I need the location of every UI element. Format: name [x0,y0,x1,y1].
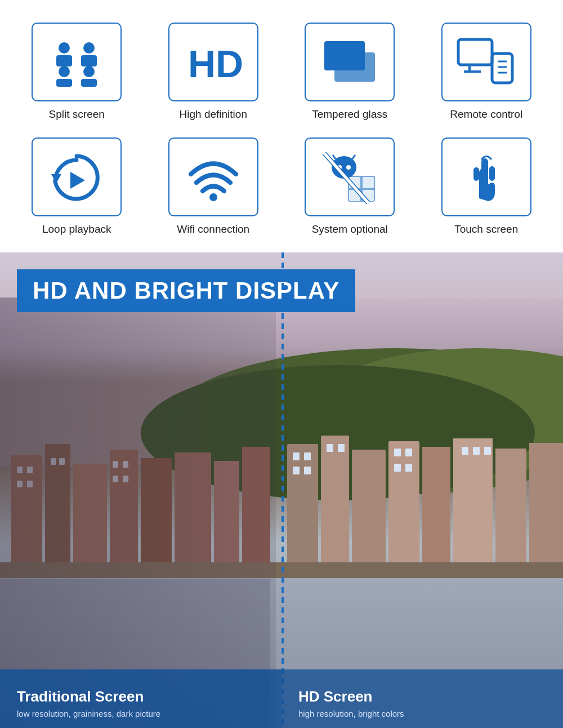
feature-remote-control: Remote control [421,23,552,121]
svg-rect-66 [293,452,300,460]
svg-rect-67 [304,452,311,460]
loop-icon-box [32,137,122,216]
svg-rect-72 [394,449,401,456]
svg-rect-5 [56,79,72,87]
hd-screen-sub: high resolution, bright colors [298,709,546,718]
feature-tempered-glass: Tempered glass [284,23,415,121]
svg-rect-75 [405,464,412,472]
wifi-icon [182,150,244,204]
hd-icon-box: HD [168,23,258,101]
features-section: Split screen HD High definition Tempered… [0,0,563,252]
svg-line-24 [333,155,336,159]
svg-rect-50 [352,450,386,568]
hd-screen-label: HD Screen high resolution, bright colors [282,669,563,728]
feature-system: System optional [284,137,415,236]
feature-wifi: Wifi connection [148,137,279,236]
loop-label: Loop playback [42,223,111,236]
svg-rect-52 [422,447,450,568]
traditional-screen-sub: low resolution, graininess, dark picture [17,709,265,718]
svg-text:HD: HD [188,42,243,85]
svg-rect-53 [453,438,493,568]
svg-rect-10 [334,52,375,82]
display-title-bar: HD AND BRIGHT DISPLAY [17,269,355,312]
svg-rect-69 [304,467,311,474]
svg-point-20 [209,193,217,201]
svg-rect-14 [492,54,512,83]
svg-rect-33 [481,158,488,176]
svg-rect-68 [293,467,300,474]
glass-label: Tempered glass [312,108,387,121]
remote-icon-box [441,23,531,101]
svg-rect-3 [81,55,97,66]
system-icon-box [305,137,395,216]
svg-rect-74 [394,464,401,472]
features-grid: Split screen HD High definition Tempered… [11,23,552,236]
svg-rect-55 [529,443,563,568]
hd-label: High definition [180,108,247,121]
svg-rect-48 [287,444,318,568]
svg-rect-78 [484,447,491,455]
bottom-labels: Traditional Screen low resolution, grain… [0,669,563,728]
svg-point-4 [59,66,70,77]
divider-line [282,252,284,728]
touch-icon-box [441,137,531,216]
svg-rect-7 [81,79,97,87]
remote-label: Remote control [450,108,522,121]
touch-icon [455,150,517,204]
svg-marker-18 [51,174,61,183]
split-screen-icon-box [32,23,122,101]
svg-marker-19 [70,172,85,189]
glass-icon-box [305,23,395,101]
feature-high-definition: HD High definition [148,23,279,121]
display-title: HD AND BRIGHT DISPLAY [33,277,339,304]
wifi-icon-box [168,137,258,216]
svg-rect-70 [327,444,333,452]
svg-rect-71 [338,444,345,452]
touch-label: Touch screen [454,223,518,236]
svg-point-6 [83,66,95,77]
hd-screen-title: HD Screen [298,688,546,705]
split-screen-icon [48,37,105,87]
svg-rect-11 [458,39,492,65]
svg-rect-73 [405,449,412,456]
svg-rect-92 [0,298,276,728]
traditional-screen-title: Traditional Screen [17,688,265,705]
display-section: HD AND BRIGHT DISPLAY Traditional Screen… [0,252,563,728]
svg-rect-49 [321,436,349,568]
svg-point-2 [83,42,95,54]
svg-rect-77 [473,447,480,455]
svg-rect-34 [489,166,495,181]
svg-point-0 [59,42,70,54]
split-screen-label: Split screen [49,108,105,121]
system-icon [319,150,381,204]
svg-rect-76 [462,447,468,455]
hd-icon: HD [182,37,244,87]
remote-icon [455,37,517,87]
svg-rect-28 [363,177,374,188]
loop-icon [46,150,108,204]
system-label: System optional [312,223,388,236]
svg-rect-1 [56,55,72,66]
traditional-screen-label: Traditional Screen low resolution, grain… [0,669,282,728]
svg-rect-35 [473,167,479,181]
glass-icon [319,37,381,87]
svg-rect-51 [388,441,419,568]
svg-point-23 [346,165,351,170]
feature-loop-playback: Loop playback [11,137,142,236]
feature-split-screen: Split screen [11,23,142,121]
wifi-label: Wifi connection [177,223,249,236]
feature-touch: Touch screen [421,137,552,236]
svg-line-25 [352,155,355,159]
svg-rect-54 [495,449,526,568]
